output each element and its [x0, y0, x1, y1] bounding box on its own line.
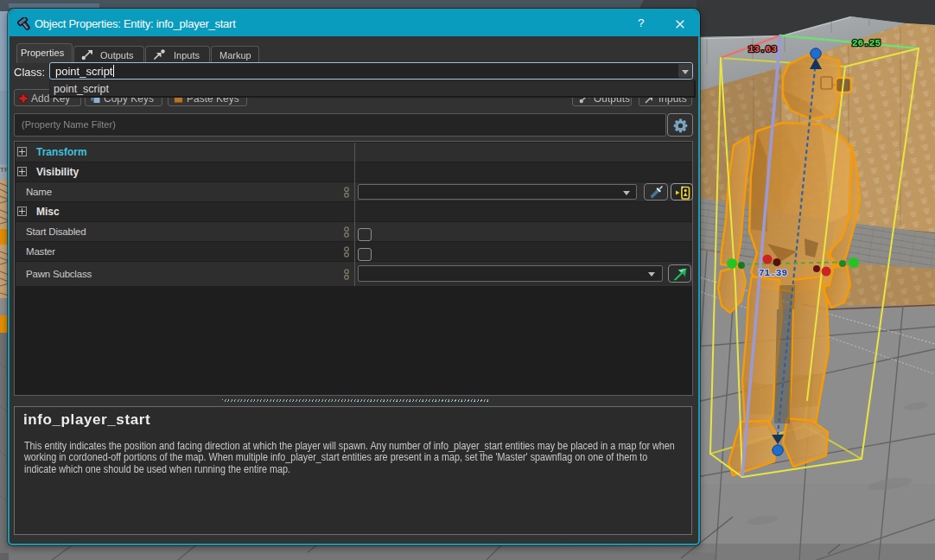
- svg-text:13.63: 13.63: [748, 44, 777, 54]
- svg-text:26.25: 26.25: [852, 38, 881, 48]
- svg-text:71.39: 71.39: [759, 268, 787, 278]
